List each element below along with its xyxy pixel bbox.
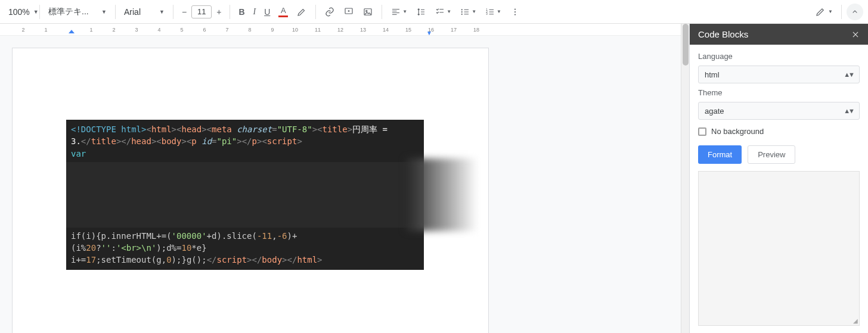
svg-point-3: [461, 9, 463, 10]
font-dropdown[interactable]: Arial ▼: [120, 4, 168, 20]
close-sidepanel-button[interactable]: [851, 30, 860, 39]
comment-plus-icon: [343, 7, 354, 17]
font-size-input[interactable]: 11: [191, 5, 212, 18]
language-select[interactable]: html ▲▼: [698, 66, 860, 83]
insert-link-button[interactable]: [321, 4, 339, 20]
increase-font-button[interactable]: +: [213, 4, 225, 20]
svg-point-10: [514, 11, 516, 12]
italic-button[interactable]: I: [250, 4, 260, 20]
link-icon: [324, 7, 335, 17]
paragraph-style-dropdown[interactable]: 標準テキ... ▼: [45, 4, 110, 20]
svg-text:3: 3: [486, 13, 488, 15]
right-margin-marker-icon[interactable]: ▼: [426, 30, 432, 36]
code-block[interactable]: <!DOCTYPE html><html><head><meta charset…: [66, 120, 424, 270]
ruler-tick: 9: [261, 27, 284, 33]
language-label: Language: [698, 52, 860, 61]
checklist-icon: [435, 7, 445, 17]
ruler-tick: 11: [306, 27, 329, 33]
ruler-tick: 14: [374, 27, 397, 33]
dropdown-caret-icon: ▼: [402, 9, 407, 14]
code-line: i+=17;setTimeout(g,0);}g();</script></bo…: [71, 254, 419, 266]
pencil-icon: [815, 7, 826, 17]
select-caret-icon: ▲▼: [844, 107, 853, 114]
more-options-button[interactable]: [506, 4, 524, 20]
text-color-icon: A: [281, 6, 286, 15]
preview-area: ◢: [698, 171, 860, 326]
ruler-tick: 15: [397, 27, 420, 33]
dropdown-caret-icon: ▼: [101, 9, 107, 15]
bold-button[interactable]: B: [235, 4, 248, 20]
line-spacing-button[interactable]: [412, 4, 430, 20]
vertical-scrollbar[interactable]: [681, 24, 689, 333]
sidepanel-header: Code Blocks: [690, 24, 868, 45]
ruler-tick: 13: [352, 27, 374, 33]
text-color-button[interactable]: A: [275, 4, 292, 20]
theme-select[interactable]: agate ▲▼: [698, 102, 860, 120]
document-page[interactable]: <!DOCTYPE html><html><head><meta charset…: [12, 48, 489, 333]
svg-point-4: [461, 11, 463, 12]
ruler-tick: 2: [12, 27, 35, 33]
editing-mode-button[interactable]: ▼: [811, 4, 836, 20]
dropdown-caret-icon: ▼: [159, 9, 165, 15]
ruler-tick: 4: [148, 27, 170, 33]
decrease-font-button[interactable]: −: [178, 4, 190, 20]
svg-point-5: [461, 13, 463, 14]
code-blocks-sidepanel: Code Blocks Language html ▲▼ Theme agate…: [689, 24, 868, 333]
indent-marker-icon[interactable]: [69, 30, 75, 33]
select-caret-icon: ▲▼: [844, 71, 853, 78]
zoom-dropdown[interactable]: 100% ▼: [5, 4, 35, 20]
format-button[interactable]: Format: [698, 145, 742, 164]
editor-area: 21123456789101112131415161718 ▼ <!DOCTYP…: [0, 24, 681, 333]
ruler-tick: 8: [238, 27, 261, 33]
numbered-list-icon: 123: [485, 7, 495, 17]
ruler-tick: 1: [35, 27, 57, 33]
separator: [382, 5, 382, 19]
dropdown-caret-icon: ▼: [828, 9, 833, 14]
insert-image-button[interactable]: [359, 4, 377, 20]
sidepanel-title: Code Blocks: [698, 29, 748, 39]
preview-button[interactable]: Preview: [748, 145, 795, 164]
separator: [315, 5, 316, 19]
dropdown-caret-icon: ▼: [497, 9, 501, 14]
theme-label: Theme: [698, 88, 860, 97]
dropdown-caret-icon: ▼: [33, 9, 39, 15]
svg-point-11: [514, 14, 516, 15]
underline-button[interactable]: U: [261, 4, 274, 20]
highlight-button[interactable]: [293, 4, 311, 20]
horizontal-ruler[interactable]: 21123456789101112131415161718 ▼: [0, 24, 681, 36]
svg-point-2: [366, 10, 367, 11]
text-color-swatch: [278, 15, 288, 17]
dropdown-caret-icon: ▼: [472, 9, 476, 14]
code-line: if(i){p.innerHTML+=('00000'+d).slice(-11…: [71, 230, 419, 254]
separator: [841, 5, 842, 19]
ruler-tick: 7: [216, 27, 238, 33]
button-row: Format Preview: [698, 145, 860, 164]
code-line: <!DOCTYPE html><html><head><meta charset…: [71, 123, 419, 135]
highlight-icon: [296, 7, 307, 17]
scrollbar-thumb[interactable]: [683, 24, 689, 66]
collapse-toolbar-button[interactable]: [847, 4, 863, 20]
resize-handle-icon[interactable]: ◢: [853, 318, 858, 324]
no-background-checkbox[interactable]: No background: [698, 127, 860, 136]
line-spacing-icon: [416, 7, 426, 17]
main-area: 21123456789101112131415161718 ▼ <!DOCTYP…: [0, 24, 868, 333]
ruler-tick: 10: [284, 27, 306, 33]
page-scroll-area[interactable]: <!DOCTYPE html><html><head><meta charset…: [0, 36, 681, 333]
ruler-tick: 18: [465, 27, 488, 33]
image-icon: [362, 7, 373, 17]
redacted-section: [66, 162, 424, 228]
bullet-list-button[interactable]: ▼: [456, 4, 480, 20]
align-button[interactable]: ▼: [387, 4, 411, 20]
toolbar: 100% ▼ 標準テキ... ▼ Arial ▼ − 11 + B I U A …: [0, 0, 868, 24]
insert-comment-button[interactable]: [340, 4, 358, 20]
separator: [173, 5, 173, 19]
chevron-up-icon: [850, 7, 860, 17]
numbered-list-button[interactable]: 123 ▼: [481, 4, 505, 20]
close-icon: [851, 30, 860, 39]
ruler-tick: 12: [329, 27, 352, 33]
checklist-button[interactable]: ▼: [431, 4, 455, 20]
code-line: 3.</title></head><body><p id="pi"></p><s…: [71, 135, 419, 147]
align-icon: [390, 7, 401, 17]
more-vertical-icon: [510, 7, 520, 17]
code-line: var: [71, 148, 419, 160]
